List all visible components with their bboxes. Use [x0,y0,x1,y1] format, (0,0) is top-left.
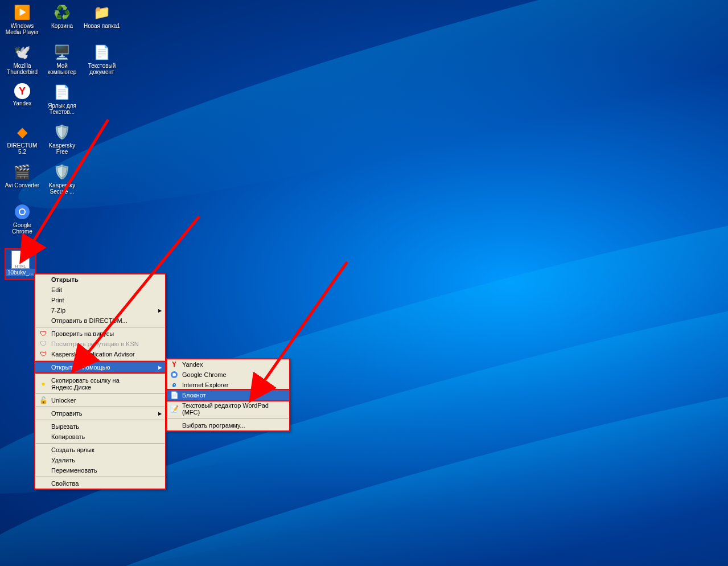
submenu-yandex[interactable]: YYandex [167,359,289,370]
svg-point-2 [20,210,24,214]
submenu-notepad[interactable]: 📄Блокнот [166,389,290,401]
shortcut-icon: 📄 [53,83,71,101]
menu-7zip[interactable]: 7-Zip [35,305,165,315]
menu-yandex-disk[interactable]: ●Скопировать ссылку на Яндекс.Диске [35,375,165,392]
selected-file-label: 10bukv_... [6,269,35,276]
menu-directum[interactable]: Отправить в DIRECTUM... [35,315,165,326]
folder-icon: 📁 [93,3,111,22]
menu-ksn[interactable]: 🛡Посмотреть репутацию в KSN [35,339,165,349]
menu-separator [36,407,164,407]
notepad-icon: 📄 [170,391,179,400]
shield-icon: 🛡 [39,329,48,338]
menu-delete[interactable]: Удалить [35,455,165,465]
desktop-icon-recycle[interactable]: ♻️Корзина [42,2,82,42]
menu-separator [168,419,289,419]
desktop-icon-directum[interactable]: ◆DIRECTUM 5.2 [2,122,42,162]
menu-send-to[interactable]: Отправить [35,408,165,419]
menu-open[interactable]: Открыть [35,274,165,285]
menu-separator [36,374,164,374]
selected-file-html[interactable]: HTML 10bukv_... [5,248,36,280]
menu-copy[interactable]: Копировать [35,432,165,442]
submenu-wordpad[interactable]: 📝Текстовый редактор WordPad (MFC) [167,400,289,417]
computer-icon: 🖥️ [53,43,71,61]
menu-separator [36,443,164,444]
menu-separator [36,393,164,394]
ie-icon: e [170,380,179,389]
desktop-icon-kaspersky-secure[interactable]: 🛡️Kaspersky Secure ... [42,162,82,202]
menu-print[interactable]: Print [35,295,165,305]
menu-edit[interactable]: Edit [35,285,165,295]
chrome-icon [170,370,179,379]
menu-kaspersky-advisor[interactable]: 🛡Kaspersky Application Advisor [35,349,165,359]
menu-create-shortcut[interactable]: Создать ярлык [35,445,165,455]
menu-rename[interactable]: Переименовать [35,465,165,475]
chrome-icon [13,203,31,221]
recycle-icon: ♻️ [53,3,71,22]
menu-open-with[interactable]: Открыть с помощью [34,361,166,374]
textdoc-icon: 📄 [93,43,111,61]
desktop-icon-mycomputer[interactable]: 🖥️Мой компьютер [42,42,82,82]
context-menu: Открыть Edit Print 7-Zip Отправить в DIR… [34,273,166,490]
menu-scan-virus[interactable]: 🛡Проверить на вирусы [35,329,165,339]
avi-icon: 🎬 [13,163,31,181]
desktop-icons-grid: ▶️Windows Media Player ♻️Корзина 📁Новая … [0,0,124,244]
yandex-icon: Y [170,360,179,369]
thunderbird-icon: 🕊️ [13,43,31,61]
wordpad-icon: 📝 [170,404,179,413]
unlocker-icon: 🔓 [39,396,48,405]
open-with-submenu: YYandex Google Chrome eInternet Explorer… [166,358,290,432]
kaspersky-secure-icon: 🛡️ [53,163,71,181]
menu-cut[interactable]: Вырезать [35,421,165,432]
menu-separator [36,477,164,477]
menu-separator [36,420,164,420]
desktop-icon-wmp[interactable]: ▶️Windows Media Player [2,2,42,42]
directum-icon: ◆ [13,123,31,141]
svg-point-4 [172,373,176,376]
yandex-disk-icon: ● [39,379,48,388]
menu-properties[interactable]: Свойства [35,478,165,489]
desktop-icon-chrome[interactable]: Google Chrome [2,202,42,241]
menu-unlocker[interactable]: 🔓Unlocker [35,395,165,405]
menu-separator [36,327,164,327]
wmp-icon: ▶️ [13,3,31,22]
submenu-chrome[interactable]: Google Chrome [167,370,289,380]
html-file-icon: HTML [11,251,30,269]
desktop-icon-avi[interactable]: 🎬Avi Converter [2,162,42,202]
kaspersky-icon: 🛡️ [53,123,71,141]
desktop-icon-textshortcut[interactable]: 📄Ярлык для Текстов... [42,82,82,122]
desktop-icon-folder1[interactable]: 📁Новая папка1 [82,2,122,42]
submenu-choose-program[interactable]: Выбрать программу... [167,420,289,430]
desktop-icon-textdoc[interactable]: 📄Текстовый документ [82,42,122,82]
desktop-icon-yandex[interactable]: YYandex [2,82,42,122]
shield-icon: 🛡 [39,339,48,348]
shield-icon: 🛡 [39,350,48,359]
yandex-icon: Y [14,83,30,99]
desktop-icon-kaspersky[interactable]: 🛡️Kaspersky Free [42,122,82,162]
desktop-icon-thunderbird[interactable]: 🕊️Mozilla Thunderbird [2,42,42,82]
